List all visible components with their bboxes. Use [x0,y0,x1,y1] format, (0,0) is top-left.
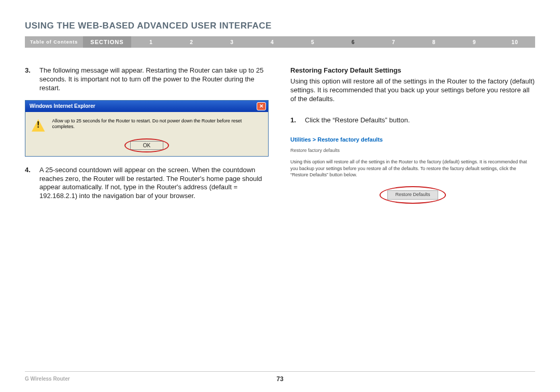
nav-section-6[interactable]: 6 [333,39,373,45]
nav-section-5[interactable]: 5 [292,39,333,45]
ok-button[interactable]: OK [130,141,163,150]
restore-intro: Using this option will restore all of th… [290,77,535,104]
nav-section-2[interactable]: 2 [172,39,212,45]
close-icon[interactable]: ✕ [257,102,266,110]
restore-defaults-button[interactable]: Restore Defaults [387,190,438,200]
step-4-number: 4. [25,166,32,201]
step-3-text: The following message will appear. Resta… [39,66,270,93]
page-footer: G Wireless Router 73 [25,371,535,382]
footer-product: G Wireless Router [25,376,70,382]
content-columns: 3. The following message will appear. Re… [25,66,535,208]
nav-sections-label: SECTIONS [83,36,131,48]
nav-section-9[interactable]: 9 [454,39,495,45]
step-1-text: Click the “Restore Defaults” button. [305,116,410,125]
dialog-button-row: OK [25,141,268,156]
restore-button-row: Restore Defaults [290,190,535,200]
dialog-body: ! Allow up to 25 seconds for the Router … [25,112,268,141]
dialog-titlebar: Windows Internet Explorer ✕ [25,101,268,112]
warning-icon: ! [32,119,45,132]
page-number: 73 [276,375,283,383]
step-4: 4. A 25-second countdown will appear on … [25,166,270,201]
nav-toc-link[interactable]: Table of Contents [25,39,83,45]
step-3: 3. The following message will appear. Re… [25,66,270,93]
right-column: Restoring Factory Default Settings Using… [290,66,535,208]
nav-section-3[interactable]: 3 [212,39,252,45]
nav-section-4[interactable]: 4 [252,39,292,45]
dialog-message: Allow up to 25 seconds for the Router to… [52,118,262,130]
panel-help-text: Using this option will restore all of th… [290,159,535,177]
dialog-title: Windows Internet Explorer [30,103,95,109]
step-1: 1. Click the “Restore Defaults” button. [290,116,535,125]
step-1-number: 1. [290,116,298,125]
nav-section-7[interactable]: 7 [373,39,414,45]
left-column: 3. The following message will appear. Re… [25,66,270,208]
ie-dialog: Windows Internet Explorer ✕ ! Allow up t… [25,100,269,157]
restore-heading: Restoring Factory Default Settings [290,66,535,75]
panel-subtitle: Restore factory defaults [290,148,535,154]
section-nav-bar: Table of Contents SECTIONS 1 2 3 4 5 6 7… [25,36,535,48]
nav-section-8[interactable]: 8 [414,39,454,45]
page-title: USING THE WEB-BASED ADVANCED USER INTERF… [25,21,535,31]
step-4-text: A 25-second countdown will appear on the… [39,166,270,201]
nav-section-10[interactable]: 10 [495,39,535,45]
nav-section-1[interactable]: 1 [131,39,172,45]
step-3-number: 3. [25,66,32,93]
restore-panel: Restore factory defaults Using this opti… [290,148,535,200]
breadcrumb: Utilities > Restore factory defaults [290,136,535,143]
